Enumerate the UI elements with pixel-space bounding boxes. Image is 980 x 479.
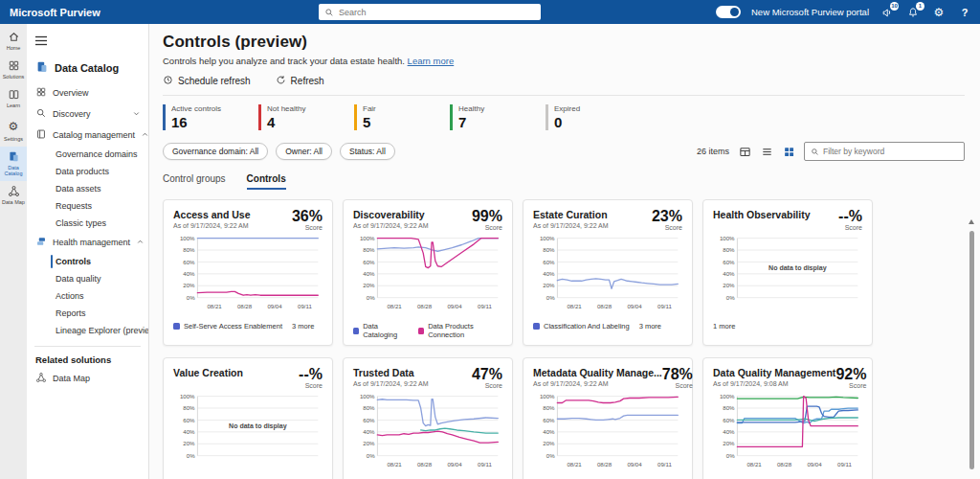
svg-text:100%: 100% [360, 235, 375, 241]
stat-not-healthy: Not healthy4 [258, 104, 354, 130]
sidebar-item-data-quality[interactable]: Data quality [27, 270, 148, 287]
card-as-of: As of 9/17/2024, 9:08 AM [713, 380, 835, 387]
sidebar-item-label: Data products [56, 167, 109, 176]
filter-pill-status[interactable]: Status: All [340, 143, 395, 160]
control-card-estate-curation[interactable]: Estate CurationAs of 9/17/2024, 9:22 AM2… [523, 199, 693, 346]
stat-value: 5 [363, 114, 450, 130]
learn-more-link[interactable]: Learn more [408, 56, 455, 66]
sidebar-item-catalog-management[interactable]: Catalog management [27, 125, 148, 146]
settings-gear-icon[interactable]: ⚙ [931, 5, 947, 20]
svg-text:0%: 0% [187, 294, 195, 301]
related-solutions-header: Related solutions [27, 347, 148, 368]
card-score: 92% [835, 367, 866, 381]
rail-item-data-catalog[interactable]: Data Catalog [0, 147, 27, 181]
svg-text:100%: 100% [720, 393, 735, 399]
control-card-health-observability[interactable]: Health Observability--%Score100%80%60%40… [702, 199, 873, 346]
tab-controls[interactable]: Controls [247, 173, 286, 190]
rail-item-learn[interactable]: Learn [0, 84, 27, 113]
keyword-filter-input[interactable] [823, 147, 958, 156]
control-card-access-and-use[interactable]: Access and UseAs of 9/17/2024, 9:22 AM36… [163, 199, 333, 346]
card-trend-chart: 100%80%60%40%20%0%No data to display [713, 233, 862, 321]
tab-control-groups[interactable]: Control groups [163, 173, 226, 190]
svg-text:80%: 80% [183, 246, 195, 253]
refresh-button[interactable]: Refresh [276, 75, 324, 87]
svg-text:20%: 20% [183, 440, 195, 446]
sidebar-item-label: Lineage Explorer (preview) [56, 326, 149, 335]
filter-pill-governance-domain[interactable]: Governance domain: All [163, 143, 268, 160]
stat-healthy: Healthy7 [450, 104, 546, 130]
sidebar-item-health-management[interactable]: Health management [27, 232, 148, 253]
view-grid-icon[interactable] [782, 145, 795, 158]
sidebar-item-label: Reports [56, 308, 86, 318]
card-head: Data Quality ManagementAs of 9/17/2024, … [713, 367, 862, 389]
rail-item-solutions[interactable]: Solutions [0, 56, 27, 84]
legend-more[interactable]: 3 more [292, 322, 314, 331]
schedule-refresh-button[interactable]: Schedule refresh [163, 75, 251, 87]
stats-row: Active controls16Not healthy4Fair5Health… [163, 104, 965, 130]
filter-pill-owner[interactable]: Owner: All [276, 143, 332, 160]
sidebar-item-data-products[interactable]: Data products [27, 163, 148, 180]
sidebar-item-requests[interactable]: Requests [27, 197, 148, 215]
legend-more[interactable]: 1 more [713, 322, 735, 331]
page-toolbar: Schedule refresh Refresh [163, 75, 965, 87]
scrollbar-thumb[interactable] [969, 231, 974, 469]
card-head: Value Creation--%Score [173, 367, 323, 389]
rail-item-data-map[interactable]: Data Map [0, 181, 27, 210]
sidebar-item-overview[interactable]: Overview [27, 82, 148, 103]
sidebar-item-discovery[interactable]: Discovery [27, 103, 148, 125]
notifications-badge: 1 [916, 2, 924, 11]
line-blue [377, 239, 498, 252]
svg-text:80%: 80% [723, 404, 735, 411]
sidebar-item-data-assets[interactable]: Data assets [27, 180, 148, 197]
notifications-icon[interactable]: 1 [905, 5, 921, 20]
portal-toggle[interactable] [716, 6, 741, 18]
line-green [737, 397, 858, 399]
card-title: Value Creation [173, 367, 243, 378]
control-card-value-creation[interactable]: Value Creation--%Score100%80%60%40%20%0%… [163, 357, 333, 479]
rail-item-settings[interactable]: ⚙Settings [0, 113, 27, 147]
help-icon[interactable]: ? [957, 5, 972, 20]
card-score: 23% [652, 209, 682, 223]
sidebar-item-governance-domains[interactable]: Governance domains [27, 146, 148, 163]
related-item-data-map[interactable]: Data Map [27, 368, 148, 389]
sidebar-item-controls[interactable]: Controls [27, 253, 148, 270]
card-head: Trusted DataAs of 9/17/2024, 9:22 AM47%S… [353, 367, 502, 389]
svg-text:60%: 60% [183, 259, 195, 265]
svg-text:40%: 40% [543, 428, 555, 435]
global-search[interactable] [319, 4, 541, 20]
whats-new-icon[interactable]: 10 [880, 5, 895, 20]
data-map-icon [8, 185, 20, 197]
section-divider [163, 95, 965, 96]
sidebar-item-classic-types[interactable]: Classic types [27, 215, 148, 232]
collapse-sidebar-button[interactable] [27, 29, 148, 54]
stat-label: Active controls [171, 104, 258, 113]
control-card-data-quality-management[interactable]: Data Quality ManagementAs of 9/17/2024, … [702, 357, 873, 479]
card-as-of: As of 9/17/2024, 9:22 AM [173, 222, 251, 229]
svg-text:20%: 20% [723, 282, 735, 288]
line-magenta [197, 291, 318, 295]
sidebar-item-lineage-explorer[interactable]: Lineage Explorer (preview) [27, 322, 148, 339]
rail-item-label: Solutions [3, 74, 25, 80]
control-cards-grid: Access and UseAs of 9/17/2024, 9:22 AM36… [163, 199, 965, 479]
sidebar-item-reports[interactable]: Reports [27, 305, 148, 322]
svg-text:08/28: 08/28 [237, 303, 253, 309]
svg-text:100%: 100% [540, 393, 555, 399]
sidebar-item-actions[interactable]: Actions [27, 287, 148, 305]
filter-pills: Governance domain: AllOwner: AllStatus: … [163, 143, 395, 160]
control-card-metadata-quality-management[interactable]: Metadata Quality Manage...As of 9/17/202… [523, 357, 693, 479]
control-card-discoverability[interactable]: DiscoverabilityAs of 9/17/2024, 9:22 AM9… [343, 199, 513, 346]
scroll-up-arrow-icon[interactable] [969, 219, 974, 224]
svg-text:40%: 40% [363, 270, 375, 277]
legend-item: Self-Serve Access Enablement [173, 322, 282, 331]
search-input[interactable] [339, 8, 535, 17]
page-title: Controls (preview) [163, 33, 965, 52]
view-list-icon[interactable] [760, 145, 773, 158]
rail-item-home[interactable]: Home [0, 27, 27, 56]
vertical-scrollbar[interactable] [967, 219, 976, 477]
view-table-icon[interactable] [738, 145, 751, 158]
sidebar-item-label: Actions [56, 291, 84, 301]
legend-more[interactable]: 3 more [639, 322, 661, 331]
card-title: Access and Use [173, 209, 251, 220]
keyword-filter[interactable] [804, 142, 965, 161]
control-card-trusted-data[interactable]: Trusted DataAs of 9/17/2024, 9:22 AM47%S… [343, 357, 513, 479]
